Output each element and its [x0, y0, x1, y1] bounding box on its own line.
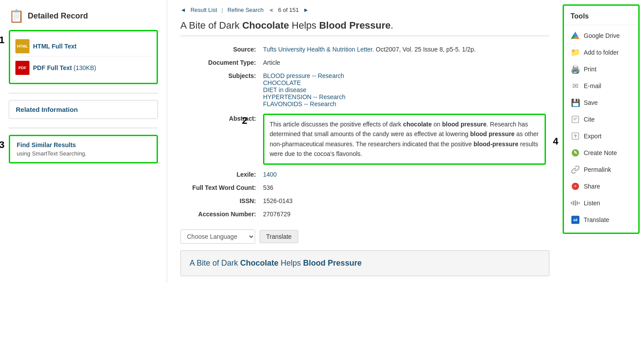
wordcount-value: 536: [260, 181, 549, 194]
refine-search-link[interactable]: Refine Search: [227, 7, 263, 13]
email-icon: ✉: [571, 81, 580, 91]
svg-text:✎: ✎: [574, 150, 577, 155]
nav-bar: ◄ Result List | Refine Search ◄ 6 of 151…: [180, 7, 549, 13]
abstract-text: This article discusses the positive effe…: [270, 119, 539, 159]
subject-blood-pressure[interactable]: BLOOD pressure -- Research: [263, 72, 546, 79]
print-label: Print: [584, 66, 596, 73]
tool-cite[interactable]: Cite: [564, 111, 638, 128]
accession-label: Accession Number:: [180, 207, 260, 221]
pdf-full-text-item[interactable]: PDF PDF Full Text (130KB): [15, 56, 151, 78]
translate-label: Translate: [584, 216, 609, 223]
tool-create-note[interactable]: ✎ Create Note: [564, 144, 638, 161]
html-full-text-link[interactable]: HTML Full Text: [33, 43, 77, 50]
translate-icon: aā: [571, 215, 580, 225]
abstract-label: Abstract:: [180, 111, 260, 168]
wordcount-row: Full Text Word Count: 536: [180, 181, 549, 194]
detailed-record-header: 📋 Detailed Record: [9, 4, 158, 30]
doctype-row: Document Type: Article: [180, 56, 549, 69]
google-drive-icon: [571, 31, 580, 41]
result-list-link[interactable]: Result List: [190, 7, 217, 13]
html-full-text-item[interactable]: HTML HTML Full Text: [15, 37, 151, 56]
listen-icon: [571, 198, 580, 208]
label-2: 2: [242, 115, 247, 126]
record-table: Source: Tufts University Health & Nutrit…: [180, 43, 549, 221]
add-to-folder-label: Add to folder: [584, 49, 618, 56]
share-icon: +: [571, 181, 580, 191]
tool-permalink[interactable]: Permalink: [564, 161, 638, 178]
tools-title: Tools: [564, 10, 638, 25]
doctype-label: Document Type:: [180, 56, 260, 69]
subjects-label: Subjects:: [180, 69, 260, 111]
subjects-row: Subjects: BLOOD pressure -- Research CHO…: [180, 69, 549, 111]
find-similar-sub: using SmartText Searching.: [17, 150, 150, 157]
nav-arrow-next[interactable]: ►: [303, 7, 309, 13]
issn-label: ISSN:: [180, 194, 260, 207]
google-drive-label: Google Drive: [584, 32, 620, 39]
create-note-label: Create Note: [584, 149, 617, 156]
svg-rect-17: [575, 200, 576, 206]
article-title: A Bite of Dark Chocolate Helps Blood Pre…: [180, 20, 549, 36]
tool-add-to-folder[interactable]: 📁 Add to folder: [564, 44, 638, 61]
bottom-title-link[interactable]: A Bite of Dark Chocolate Helps Blood Pre…: [190, 259, 362, 267]
wordcount-label: Full Text Word Count:: [180, 181, 260, 194]
related-info-link[interactable]: Related Information: [16, 106, 78, 113]
abstract-box: This article discusses the positive effe…: [263, 114, 546, 165]
separator-1: [9, 93, 158, 93]
svg-text:+: +: [574, 183, 577, 189]
source-value: Tufts University Health & Nutrition Lett…: [260, 43, 549, 56]
tool-translate[interactable]: aā Translate: [564, 211, 638, 228]
bottom-title-box: A Bite of Dark Chocolate Helps Blood Pre…: [180, 250, 549, 276]
subject-chocolate[interactable]: CHOCOLATE: [263, 79, 546, 86]
issn-row: ISSN: 1526-0143: [180, 194, 549, 207]
tool-print[interactable]: 🖨️ Print: [564, 61, 638, 78]
svg-rect-15: [571, 202, 572, 204]
language-select[interactable]: Choose Language: [180, 230, 255, 244]
svg-rect-16: [573, 201, 574, 205]
subject-hypertension[interactable]: HYPERTENSION -- Research: [263, 93, 546, 100]
tool-email[interactable]: ✉ E-mail: [564, 78, 638, 94]
html-icon: HTML: [15, 39, 29, 53]
permalink-label: Permalink: [584, 166, 611, 173]
pdf-full-text-link[interactable]: PDF Full Text (130KB): [33, 64, 96, 71]
tool-share[interactable]: + Share: [564, 178, 638, 195]
cite-label: Cite: [584, 116, 595, 123]
detailed-record-title: Detailed Record: [28, 11, 88, 21]
lexile-value[interactable]: 1400: [263, 171, 277, 178]
tools-panel: Tools Google Drive 📁 Add to folder: [563, 4, 640, 234]
label-3: 3: [0, 139, 4, 151]
issn-value: 1526-0143: [260, 194, 549, 207]
lexile-row: Lexile: 1400: [180, 168, 549, 181]
save-icon: 💾: [571, 98, 580, 107]
separator-2: [9, 128, 158, 128]
nav-arrow-prev[interactable]: ◄: [180, 7, 186, 13]
source-label: Source:: [180, 43, 260, 56]
left-sidebar: 📋 Detailed Record 1 HTML HTML Full Text …: [0, 0, 167, 283]
lexile-label: Lexile:: [180, 168, 260, 181]
translate-button[interactable]: Translate: [260, 230, 298, 243]
email-label: E-mail: [584, 82, 601, 89]
tool-google-drive[interactable]: Google Drive: [564, 27, 638, 44]
document-icon: 📋: [9, 9, 24, 23]
find-similar-link[interactable]: Find Similar Results: [17, 141, 76, 148]
doctype-value: Article: [260, 56, 549, 69]
svg-text:aā: aā: [573, 218, 578, 222]
tool-listen[interactable]: Listen: [564, 195, 638, 211]
save-label: Save: [584, 99, 598, 106]
abstract-row: Abstract: 2 This article discusses the p…: [180, 111, 549, 168]
main-content: ◄ Result List | Refine Search ◄ 6 of 151…: [167, 0, 563, 283]
note-icon: ✎: [571, 148, 580, 158]
label-1: 1: [0, 34, 4, 46]
pdf-icon: PDF: [15, 61, 29, 75]
tool-export[interactable]: Export: [564, 128, 638, 144]
svg-rect-19: [578, 202, 580, 204]
subject-diet[interactable]: DIET in disease: [263, 86, 546, 93]
source-link[interactable]: Tufts University Health & Nutrition Lett…: [263, 46, 374, 53]
link-icon: [571, 165, 580, 174]
translate-section: Choose Language Translate: [180, 230, 549, 244]
export-icon: [571, 131, 580, 141]
related-info-box[interactable]: Related Information: [9, 100, 158, 119]
tool-save[interactable]: 💾 Save: [564, 94, 638, 111]
find-similar-box[interactable]: Find Similar Results using SmartText Sea…: [9, 135, 158, 163]
subject-flavonoids[interactable]: FLAVONOIDS -- Research: [263, 100, 546, 107]
listen-label: Listen: [584, 200, 600, 207]
